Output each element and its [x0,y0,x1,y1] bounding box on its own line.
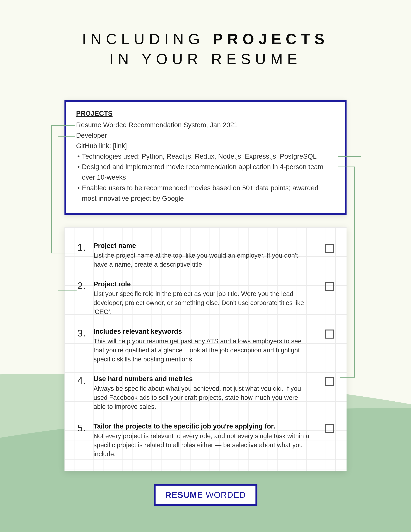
brand-logo: RESUME WORDED [154,484,257,506]
item-title: Project name [93,242,311,249]
checkbox-icon[interactable] [325,377,334,386]
page-title: Including Projects In Your Resume [0,29,411,69]
item-desc: This will help your resume get past any … [93,337,311,364]
item-number: 3. [77,328,89,364]
item-title: Use hard numbers and metrics [93,375,311,383]
checklist-item-3: 3. Includes relevant keywords This will … [77,328,334,364]
example-project-title: Resume Worded Recommendation System, Jan… [76,120,335,130]
checklist-item-5: 5. Tailor the projects to the specific j… [77,422,334,458]
checklist-card: 1. Project name List the project name at… [65,227,346,471]
item-number: 5. [77,422,89,458]
item-number: 2. [77,280,89,316]
title-line2: In Your Resume [0,49,411,69]
item-number: 1. [77,242,89,269]
item-title: Includes relevant keywords [93,328,311,335]
item-desc: List the project name at the top, like y… [93,251,311,269]
title-line1-pre: Including [82,31,213,47]
checkbox-icon[interactable] [325,330,334,339]
item-desc: List your specific role in the project a… [93,289,311,316]
example-project-link: GitHub link: [link] [76,141,335,151]
brand-light: WORDED [203,490,246,500]
example-projects-card: PROJECTS Resume Worded Recommendation Sy… [65,100,346,215]
checkbox-icon[interactable] [325,424,334,433]
example-project-role: Developer [76,130,335,141]
checklist-item-4: 4. Use hard numbers and metrics Always b… [77,375,334,411]
example-bullet: Enabled users to be recommended movies b… [76,183,335,204]
item-desc: Always be specific about what you achiev… [93,384,311,411]
example-bullet: Technologies used: Python, React.js, Red… [76,151,335,162]
checkbox-icon[interactable] [325,282,334,291]
example-section-heading: PROJECTS [76,110,335,117]
item-desc: Not every project is relevant to every r… [93,431,311,458]
checklist-item-2: 2. Project role List your specific role … [77,280,334,316]
item-title: Tailor the projects to the specific job … [93,422,311,430]
brand-bold: RESUME [165,490,203,500]
item-title: Project role [93,280,311,288]
checkbox-icon[interactable] [325,244,334,253]
title-line1-bold: Projects [213,31,329,47]
checklist-item-1: 1. Project name List the project name at… [77,242,334,269]
example-bullet: Designed and implemented movie recommend… [76,162,335,182]
item-number: 4. [77,375,89,411]
